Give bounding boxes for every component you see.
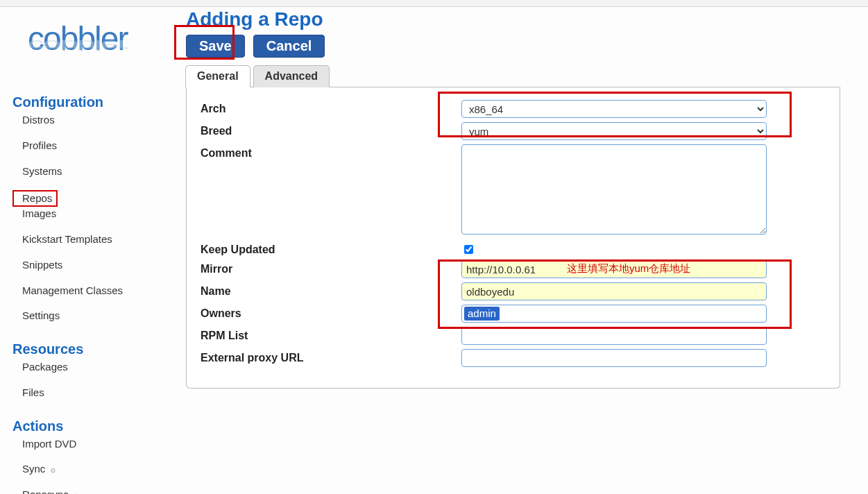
app-container: cobbler cobbler ConfigurationDistrosProf… bbox=[0, 7, 868, 494]
nav-item-management-classes[interactable]: Management Classes bbox=[12, 284, 186, 298]
gear-icon: ☼ bbox=[70, 491, 80, 494]
rpm-list-label: RPM List bbox=[201, 327, 461, 342]
tab-panel-general: Arch x86_64 Breed yum Comment bbox=[186, 87, 840, 389]
nav-item-repos[interactable]: Repos bbox=[12, 190, 58, 207]
arch-select[interactable]: x86_64 bbox=[461, 100, 767, 118]
tabs: General Advanced bbox=[185, 65, 840, 87]
nav-item-files[interactable]: Files bbox=[12, 386, 186, 400]
nav-item-profiles[interactable]: Profiles bbox=[12, 139, 186, 153]
mirror-input[interactable] bbox=[461, 260, 767, 278]
button-row: Save Cancel bbox=[186, 35, 840, 58]
arch-label: Arch bbox=[201, 100, 461, 115]
breed-label: Breed bbox=[201, 122, 461, 137]
rpm-list-input[interactable] bbox=[461, 327, 767, 345]
keep-updated-checkbox[interactable] bbox=[464, 245, 473, 254]
external-proxy-input[interactable] bbox=[461, 349, 767, 367]
comment-label: Comment bbox=[201, 144, 461, 160]
save-button[interactable]: Save bbox=[186, 35, 245, 58]
comment-textarea[interactable] bbox=[461, 144, 767, 235]
logo: cobbler cobbler bbox=[28, 24, 186, 82]
breed-select[interactable]: yum bbox=[461, 122, 767, 140]
name-label: Name bbox=[201, 282, 461, 298]
gear-icon: ☼ bbox=[46, 465, 56, 475]
nav-section-title: Actions bbox=[12, 418, 186, 434]
name-input[interactable] bbox=[461, 282, 767, 300]
owners-label: Owners bbox=[201, 305, 461, 320]
main-content: Adding a Repo Save Cancel General Advanc… bbox=[186, 7, 868, 409]
cancel-button[interactable]: Cancel bbox=[253, 35, 325, 58]
sidebar: cobbler cobbler ConfigurationDistrosProf… bbox=[0, 7, 186, 494]
nav-item-reposync[interactable]: Reposync ☼ bbox=[12, 488, 186, 494]
nav-item-images[interactable]: Images bbox=[12, 207, 186, 221]
nav-item-distros[interactable]: Distros bbox=[12, 113, 186, 128]
nav-item-settings[interactable]: Settings bbox=[12, 309, 186, 323]
nav-item-sync[interactable]: Sync ☼ bbox=[12, 462, 186, 477]
nav-item-import-dvd[interactable]: Import DVD bbox=[12, 437, 186, 452]
external-proxy-label: External proxy URL bbox=[201, 349, 461, 364]
mirror-label: Mirror bbox=[201, 260, 461, 275]
tab-advanced[interactable]: Advanced bbox=[253, 65, 330, 87]
nav-section-title: Resources bbox=[12, 341, 186, 357]
tab-general[interactable]: General bbox=[185, 65, 250, 87]
nav-item-snippets[interactable]: Snippets bbox=[12, 258, 186, 273]
keep-updated-label: Keep Updated bbox=[201, 241, 461, 256]
nav-item-systems[interactable]: Systems bbox=[12, 164, 186, 179]
nav-item-kickstart-templates[interactable]: Kickstart Templates bbox=[12, 232, 186, 247]
owners-input[interactable]: admin bbox=[461, 305, 767, 323]
page-title: Adding a Repo bbox=[186, 8, 840, 31]
nav-item-packages[interactable]: Packages bbox=[12, 360, 186, 375]
logo-reflection: cobbler bbox=[28, 39, 186, 52]
owners-value: admin bbox=[464, 307, 500, 321]
nav-section-title: Configuration bbox=[12, 94, 186, 110]
top-divider bbox=[0, 0, 868, 7]
